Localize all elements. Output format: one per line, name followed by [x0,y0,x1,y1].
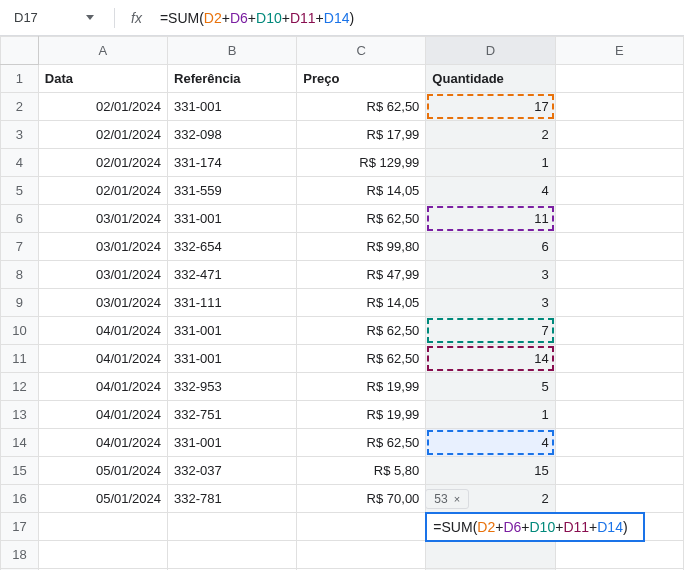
row-header-8[interactable]: 8 [1,261,39,289]
cell-E1[interactable] [555,65,683,93]
cell-B5[interactable]: 331-559 [168,177,297,205]
cell-D5[interactable]: 4 [426,177,555,205]
row-header-16[interactable]: 16 [1,485,39,513]
cell-D8[interactable]: 3 [426,261,555,289]
cell-B13[interactable]: 332-751 [168,401,297,429]
cell-B3[interactable]: 332-098 [168,121,297,149]
cell-D9[interactable]: 3 [426,289,555,317]
cell-E9[interactable] [555,289,683,317]
cell-C18[interactable] [297,541,426,569]
spreadsheet-grid[interactable]: ABCDE 1DataReferênciaPreçoQuantidade202/… [0,36,684,570]
cell-D1[interactable]: Quantidade [426,65,555,93]
cell-C2[interactable]: R$ 62,50 [297,93,426,121]
cell-C14[interactable]: R$ 62,50 [297,429,426,457]
cell-C7[interactable]: R$ 99,80 [297,233,426,261]
cell-B11[interactable]: 331-001 [168,345,297,373]
cell-C3[interactable]: R$ 17,99 [297,121,426,149]
cell-C4[interactable]: R$ 129,99 [297,149,426,177]
row-header-6[interactable]: 6 [1,205,39,233]
cell-D18[interactable] [426,541,555,569]
col-header-e[interactable]: E [555,37,683,65]
name-box[interactable]: D17 [8,6,78,29]
cell-E18[interactable] [555,541,683,569]
cell-B9[interactable]: 331-111 [168,289,297,317]
chevron-down-icon[interactable] [86,15,94,20]
row-header-13[interactable]: 13 [1,401,39,429]
cell-D15[interactable]: 15 [426,457,555,485]
cell-C17[interactable] [297,513,426,541]
cell-A12[interactable]: 04/01/2024 [38,373,167,401]
cell-B6[interactable]: 331-001 [168,205,297,233]
cell-C8[interactable]: R$ 47,99 [297,261,426,289]
cell-A3[interactable]: 02/01/2024 [38,121,167,149]
cell-D3[interactable]: 2 [426,121,555,149]
cell-E13[interactable] [555,401,683,429]
formula-input[interactable]: =SUM(D2+D6+D10+D11+D14) [158,8,356,28]
cell-B2[interactable]: 331-001 [168,93,297,121]
cell-B17[interactable] [168,513,297,541]
cell-C15[interactable]: R$ 5,80 [297,457,426,485]
cell-A1[interactable]: Data [38,65,167,93]
cell-D14[interactable]: 4 [426,429,555,457]
cell-A15[interactable]: 05/01/2024 [38,457,167,485]
cell-E6[interactable] [555,205,683,233]
cell-B16[interactable]: 332-781 [168,485,297,513]
col-header-c[interactable]: C [297,37,426,65]
cell-A5[interactable]: 02/01/2024 [38,177,167,205]
row-header-3[interactable]: 3 [1,121,39,149]
cell-D12[interactable]: 5 [426,373,555,401]
cell-C13[interactable]: R$ 19,99 [297,401,426,429]
active-cell-d17[interactable]: 53×=SUM(D2+D6+D10+D11+D14) [426,513,555,541]
col-header-d[interactable]: D [426,37,555,65]
cell-E2[interactable] [555,93,683,121]
row-header-9[interactable]: 9 [1,289,39,317]
cell-E11[interactable] [555,345,683,373]
cell-B4[interactable]: 331-174 [168,149,297,177]
cell-E8[interactable] [555,261,683,289]
cell-C9[interactable]: R$ 14,05 [297,289,426,317]
cell-B1[interactable]: Referência [168,65,297,93]
cell-E4[interactable] [555,149,683,177]
cell-C6[interactable]: R$ 62,50 [297,205,426,233]
cell-A17[interactable] [38,513,167,541]
row-header-10[interactable]: 10 [1,317,39,345]
row-header-17[interactable]: 17 [1,513,39,541]
cell-D6[interactable]: 11 [426,205,555,233]
cell-A18[interactable] [38,541,167,569]
cell-C16[interactable]: R$ 70,00 [297,485,426,513]
cell-C12[interactable]: R$ 19,99 [297,373,426,401]
row-header-18[interactable]: 18 [1,541,39,569]
close-icon[interactable]: × [454,493,460,505]
cell-D10[interactable]: 7 [426,317,555,345]
cell-B12[interactable]: 332-953 [168,373,297,401]
cell-A6[interactable]: 03/01/2024 [38,205,167,233]
cell-B8[interactable]: 332-471 [168,261,297,289]
cell-B14[interactable]: 331-001 [168,429,297,457]
row-header-11[interactable]: 11 [1,345,39,373]
row-header-7[interactable]: 7 [1,233,39,261]
cell-A11[interactable]: 04/01/2024 [38,345,167,373]
cell-A14[interactable]: 04/01/2024 [38,429,167,457]
row-header-14[interactable]: 14 [1,429,39,457]
cell-E3[interactable] [555,121,683,149]
cell-D7[interactable]: 6 [426,233,555,261]
cell-C10[interactable]: R$ 62,50 [297,317,426,345]
cell-A2[interactable]: 02/01/2024 [38,93,167,121]
cell-D13[interactable]: 1 [426,401,555,429]
cell-A7[interactable]: 03/01/2024 [38,233,167,261]
cell-A8[interactable]: 03/01/2024 [38,261,167,289]
cell-A10[interactable]: 04/01/2024 [38,317,167,345]
cell-A4[interactable]: 02/01/2024 [38,149,167,177]
row-header-15[interactable]: 15 [1,457,39,485]
cell-A13[interactable]: 04/01/2024 [38,401,167,429]
cell-E16[interactable] [555,485,683,513]
cell-A9[interactable]: 03/01/2024 [38,289,167,317]
cell-D2[interactable]: 17 [426,93,555,121]
row-header-1[interactable]: 1 [1,65,39,93]
select-all-corner[interactable] [1,37,39,65]
row-header-12[interactable]: 12 [1,373,39,401]
cell-E5[interactable] [555,177,683,205]
cell-A16[interactable]: 05/01/2024 [38,485,167,513]
cell-C11[interactable]: R$ 62,50 [297,345,426,373]
cell-B18[interactable] [168,541,297,569]
